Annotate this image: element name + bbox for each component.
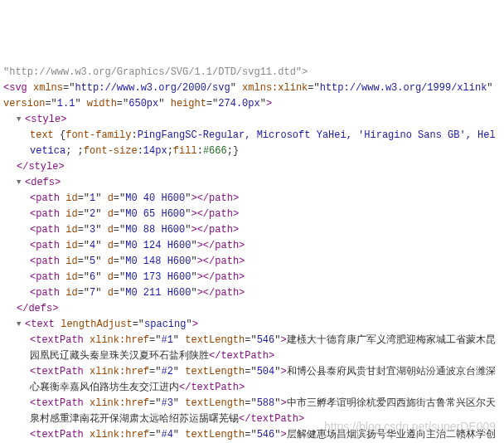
textpath-element[interactable]: <textPath xlink:href="#4" textLength="54… <box>3 427 501 443</box>
style-open[interactable]: ▼<style> <box>3 112 501 128</box>
fold-toggle-icon[interactable]: ▼ <box>17 175 25 191</box>
path-def[interactable]: <path id="7" d="M0 211 H600"></path> <box>3 285 501 301</box>
path-def[interactable]: <path id="4" d="M0 124 H600"></path> <box>3 238 501 254</box>
textpath-element[interactable]: <textPath xlink:href="#2" textLength="50… <box>3 364 501 396</box>
style-close: </style> <box>3 159 501 175</box>
defs-open[interactable]: ▼<defs> <box>3 175 501 191</box>
path-def[interactable]: <path id="3" d="M0 88 H600"></path> <box>3 222 501 238</box>
dtd-line: "http://www.w3.org/Graphics/SVG/1.1/DTD/… <box>3 65 501 80</box>
textpath-element[interactable]: <textPath xlink:href="#3" textLength="58… <box>3 396 501 427</box>
css-rule[interactable]: text {font-family:PingFangSC-Regular, Mi… <box>3 128 501 159</box>
defs-close: </defs> <box>3 301 501 317</box>
path-def[interactable]: <path id="1" d="M0 40 H600"></path> <box>3 191 501 207</box>
fold-toggle-icon[interactable]: ▼ <box>17 317 25 333</box>
text-open[interactable]: ▼<text lengthAdjust="spacing"> <box>3 317 501 333</box>
fold-toggle-icon[interactable]: ▼ <box>17 112 25 128</box>
textpath-element[interactable]: <textPath xlink:href="#1" textLength="54… <box>3 333 501 364</box>
svg-open-tag[interactable]: <svg xmlns="http://www.w3.org/2000/svg" … <box>3 80 501 112</box>
path-def[interactable]: <path id="5" d="M0 148 H600"></path> <box>3 254 501 270</box>
path-def[interactable]: <path id="2" d="M0 65 H600"></path> <box>3 207 501 222</box>
path-def[interactable]: <path id="6" d="M0 173 H600"></path> <box>3 270 501 285</box>
